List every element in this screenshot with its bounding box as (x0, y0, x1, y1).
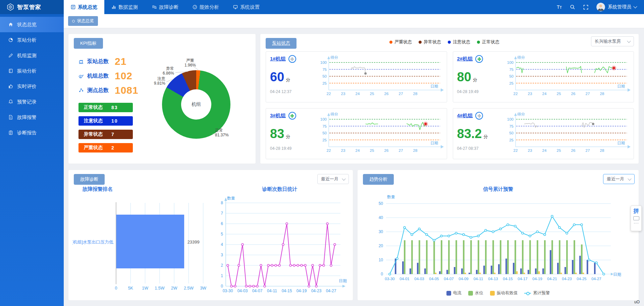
dot-icon (72, 20, 75, 23)
svg-text:24: 24 (355, 92, 360, 96)
fullscreen-icon[interactable] (583, 5, 588, 10)
chevron-down-icon (633, 4, 637, 8)
pie-icon (8, 38, 13, 42)
kpi-metric-value: 1081 (115, 85, 139, 96)
svg-text:1W: 1W (142, 286, 148, 291)
legend-swatch-icon (468, 291, 473, 296)
svg-text:数量: 数量 (387, 194, 395, 199)
svg-text:50: 50 (509, 131, 514, 135)
nav-tab-label: 故障诊断 (159, 4, 178, 10)
svg-text:9.81%: 9.81% (154, 81, 165, 86)
tab-system-overview[interactable]: 系统总览 (64, 0, 104, 14)
unit-card[interactable]: 2#机组80分04-28 19:49得分日期100755025222324252… (453, 51, 634, 102)
svg-text:50: 50 (322, 74, 327, 78)
breadcrumb-tag[interactable]: 状态总览 (68, 16, 98, 26)
keyboard-icon[interactable] (633, 216, 639, 220)
search-icon[interactable] (570, 4, 575, 10)
sidebar-item-label: 泵站分析 (17, 37, 37, 43)
unit-card[interactable]: 4#机组83.2分04-27 08:37得分日期1007550252223242… (453, 108, 634, 159)
sidebar-item-status-overview[interactable]: 状态总览 (0, 17, 64, 32)
ime-pinyin-indicator[interactable]: 拼 (634, 208, 639, 214)
sidebar-item-realtime-evaluation[interactable]: 实时评价 (0, 79, 64, 94)
svg-text:24: 24 (542, 148, 547, 152)
sidebar-item-diagnosis-report[interactable]: 诊断报告 (0, 125, 64, 140)
svg-text:23: 23 (341, 92, 345, 96)
unit-card[interactable]: 1#机组60分04-24 12:37得分日期100755025222324252… (266, 51, 447, 102)
sidebar-item-label: 诊断报告 (17, 130, 37, 136)
legend-label: 严重状态 (394, 39, 412, 45)
legend-label: 累计预警 (533, 290, 550, 296)
station-selector[interactable]: 长兴输水泵房 (591, 36, 634, 46)
legend-label: 振动有效值 (497, 290, 518, 296)
legend-item[interactable]: 正常状态 (477, 39, 499, 45)
fault-range-selector[interactable]: 最近一月 (317, 174, 349, 184)
svg-text:25: 25 (509, 81, 514, 85)
sidebar-item-warning-records[interactable]: 预警记录 (0, 94, 64, 110)
sidebar-item-unit-monitor[interactable]: 机组监测 (0, 48, 64, 63)
unit-score-time: 04-28 19:49 (270, 146, 291, 151)
station-icon (78, 59, 84, 64)
unit-score-line-chart[interactable]: 得分日期10075502522232425262728 (311, 54, 445, 100)
trend-legend-item[interactable]: 电流 (446, 290, 462, 296)
tab-data-monitor[interactable]: 数据监测 (104, 0, 145, 14)
bell-icon (8, 99, 13, 104)
unit-link[interactable]: 1#机组 (270, 56, 286, 62)
trend-chart-title: 信号累计预警 (358, 186, 639, 192)
trend-range-selector[interactable]: 最近一月 (603, 174, 635, 184)
legend-dot-icon (477, 41, 480, 44)
svg-text:40: 40 (379, 215, 383, 220)
unit-score-line-chart[interactable]: 得分日期10075502522232425262728 (498, 54, 632, 100)
sidebar-item-vibration-analysis[interactable]: 振动分析 (0, 63, 64, 79)
font-size-icon[interactable]: Tᴛ (557, 4, 562, 10)
trend-panel-badge[interactable]: 趋势分析 (363, 174, 394, 185)
chevron-down-icon (628, 177, 631, 180)
trend-legend-item[interactable]: 累计预警 (524, 290, 550, 296)
svg-text:4: 4 (221, 242, 223, 247)
app-logo[interactable]: 智泵管家 (0, 0, 64, 14)
user-menu[interactable]: 系统管理员 (596, 3, 637, 11)
station-panel-badge[interactable]: 泵站状态 (266, 38, 297, 49)
unit-link[interactable]: 3#机组 (270, 113, 286, 119)
top-navbar: 智泵管家 系统总览数据监测故障诊断能效分析系统设置 Tᴛ 系统管理员 (0, 0, 644, 14)
status-chip-value: 2 (111, 145, 115, 150)
energy-icon (193, 5, 197, 9)
diagnosis-daily-line-chart[interactable]: 012345678数量日期03-3004-0304-0704-1104-1504… (211, 195, 352, 297)
unit-score-line-chart[interactable]: 得分日期10075502522232425262728 (498, 111, 632, 157)
tab-fault-diagnosis[interactable]: 故障诊断 (145, 0, 185, 14)
sidebar-item-fault-alarm[interactable]: 故障报警 (0, 110, 64, 125)
unit-score-line-chart[interactable]: 得分日期10075502522232425262728 (311, 111, 445, 157)
trend-legend-item[interactable]: 水位 (468, 290, 483, 296)
svg-text:04-21: 04-21 (547, 277, 557, 281)
svg-text:23: 23 (341, 148, 345, 152)
svg-text:3: 3 (221, 253, 223, 257)
svg-text:10: 10 (379, 258, 383, 262)
unit-card[interactable]: 3#机组83分04-28 19:49得分日期100755025222324252… (266, 108, 447, 159)
svg-text:50: 50 (322, 131, 327, 135)
legend-label: 水位 (475, 290, 483, 296)
unit-link[interactable]: 2#机组 (457, 56, 473, 62)
svg-text:28: 28 (413, 148, 417, 152)
svg-text:75: 75 (322, 124, 327, 128)
sidebar-item-station-analysis[interactable]: 泵站分析 (0, 32, 64, 48)
unit-score-suffix: 分 (473, 77, 477, 82)
sidebar-menu: 状态总览泵站分析机组监测振动分析实时评价预警记录故障报警诊断报告 (0, 14, 64, 140)
unit-score: 83分 (270, 127, 290, 140)
tab-system-settings[interactable]: 系统设置 (226, 0, 267, 14)
legend-item[interactable]: 严重状态 (389, 39, 412, 45)
signal-warning-combo-chart[interactable]: 01020304050数量日期03-3004-0104-0304-0504-07… (361, 194, 636, 289)
fault-panel-badge[interactable]: 故障诊断 (74, 174, 105, 185)
svg-text:04-07: 04-07 (252, 289, 263, 293)
legend-label: 正常状态 (482, 39, 499, 45)
unit-link[interactable]: 4#机组 (457, 113, 473, 119)
kpi-panel-badge[interactable]: KPI指标 (74, 38, 103, 49)
trend-legend-item[interactable]: 振动有效值 (490, 290, 518, 296)
legend-item[interactable]: 异常状态 (419, 39, 441, 45)
fault-rank-bar-chart[interactable]: 05K1W1.5W2W2.5W3W23399[机组]水泵出口压力低 (72, 200, 210, 297)
legend-item[interactable]: 注意状态 (448, 39, 470, 45)
sidebar-item-label: 实时评价 (17, 83, 37, 90)
kpi-panel: KPI指标 泵站总数21机组总数102测点总数1081 正常状态83注意状态10… (68, 34, 256, 164)
ime-toolbar[interactable]: 拼 (631, 206, 642, 231)
ime-more-icon[interactable] (634, 223, 639, 224)
tab-energy-analysis[interactable]: 能效分析 (185, 0, 226, 14)
svg-text:25: 25 (322, 81, 327, 85)
